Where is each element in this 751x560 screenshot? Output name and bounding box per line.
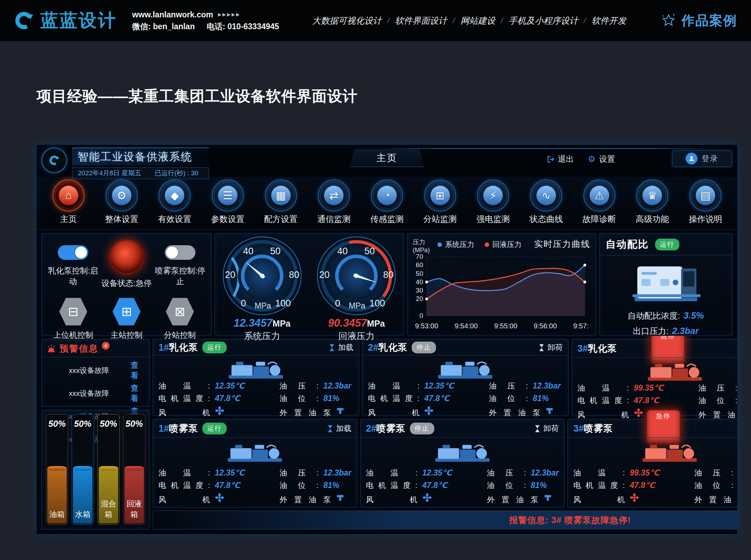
nav-item-0[interactable]: ⌂主页 — [47, 177, 90, 229]
card-metric-label: 油温: — [159, 381, 210, 391]
svg-text:30: 30 — [416, 287, 423, 294]
master-station-icon: ⊞ — [112, 297, 141, 326]
legend-dot — [437, 242, 442, 247]
nav-item-11[interactable]: ♛高级功能 — [631, 177, 674, 229]
site-nav-item-3[interactable]: 手机及小程序设计 — [509, 15, 578, 26]
card-icon-label: 风机 — [159, 495, 210, 505]
nav-item-5[interactable]: ⇄通信监测 — [312, 177, 355, 229]
nav-item-label: 主页 — [47, 214, 90, 225]
card-metric-label: 电机温度: — [159, 480, 210, 491]
card-metric-value: 99.35℃ — [634, 383, 689, 393]
nav-item-10[interactable]: ⚠故障诊断 — [578, 177, 621, 229]
card-metric-value: 47.8℃ — [422, 481, 478, 490]
svg-text:50: 50 — [364, 246, 375, 256]
load-mode-button[interactable]: 加载 — [327, 423, 352, 434]
tank-percent: 50% — [46, 419, 68, 429]
site-logo[interactable]: 蓝蓝设计 — [14, 8, 117, 33]
card-metric-value: 12.35℃ — [422, 468, 478, 478]
tank-percent: 50% — [72, 419, 94, 429]
card-icon-label: 风机 — [159, 408, 210, 418]
card-metric-label: 油位: — [694, 480, 733, 491]
card-metric-value: 47.8℃ — [630, 481, 685, 490]
nav-item-3[interactable]: ☰参数设置 — [206, 177, 249, 229]
auto-ratio-status-badge: 运行 — [655, 239, 679, 250]
tab-home[interactable]: 主页 — [349, 149, 425, 167]
site-nav: 大数据可视化设计/软件界面设计/网站建设/手机及小程序设计/软件开发 — [312, 15, 627, 26]
tank-oil: 50%油箱 — [46, 414, 68, 525]
tank-label: 水箱 — [72, 509, 94, 520]
load-mode-button[interactable]: 加载 — [329, 342, 353, 353]
site-nav-item-0[interactable]: 大数据可视化设计 — [312, 15, 382, 26]
gauge-unit: MPa — [367, 319, 385, 328]
dashboard-logo-icon — [41, 147, 67, 173]
card-icon-label: 外置油泵 — [489, 408, 540, 418]
settings-button[interactable]: ⚙ 设置 — [588, 154, 615, 165]
hourglass-icon — [329, 344, 335, 352]
card-metric-label: 油位: — [280, 480, 318, 491]
avatar — [686, 153, 697, 165]
load-mode-button[interactable]: 卸荷 — [539, 342, 563, 353]
emergency-stop-button[interactable] — [109, 239, 144, 274]
site-nav-item-2[interactable]: 网站建设 — [460, 15, 495, 26]
nav-item-label: 参数设置 — [206, 214, 249, 225]
pump-illustration — [223, 355, 289, 383]
exit-button[interactable]: 退出 — [546, 154, 574, 165]
svg-text:40: 40 — [416, 278, 423, 286]
hex-button-0[interactable]: ⊟上位机控制 — [47, 297, 100, 341]
card-metric-value: 47.8℃ — [424, 394, 480, 403]
gauge-value-line: 90.3457MPa — [315, 317, 397, 329]
site-nav-item-1[interactable]: 软件界面设计 — [395, 15, 447, 26]
fault-warning-icon: ⚠ — [590, 186, 609, 205]
card-metric-label: 油位: — [280, 393, 318, 404]
nav-item-12[interactable]: ▤操作说明 — [684, 177, 727, 229]
nav-item-7[interactable]: ⊞分站监测 — [419, 177, 462, 229]
gauge-dial: 020405080100MPa — [221, 235, 303, 317]
sliders-icon: ☰ — [218, 186, 237, 205]
card-title: 2#乳化泵 — [368, 341, 407, 354]
login-button[interactable]: 登录 — [672, 150, 732, 167]
card-metric-value: 12.35℃ — [215, 468, 270, 478]
svg-text:50: 50 — [270, 246, 281, 256]
nav-item-2[interactable]: ◆有效设置 — [153, 177, 196, 229]
nav-item-4[interactable]: ▦配方设置 — [259, 177, 302, 229]
auto-ratio-panel: 自动配比 运行 — [599, 233, 733, 336]
legend-item-1: 回液压力 — [485, 240, 522, 249]
tank-label: 回液箱 — [123, 499, 145, 520]
load-mode-button[interactable]: 卸荷 — [534, 423, 559, 434]
power-icon: ⚡ — [483, 186, 503, 205]
card-metric-value: 12.35℃ — [424, 381, 480, 391]
card-title: 1#乳化泵 — [159, 341, 198, 354]
card-metric-label: 电机温度: — [578, 395, 629, 406]
emulsion-pump-toggle[interactable] — [58, 245, 88, 260]
site-header: 蓝蓝设计 www.lanlanwork.com ▶▶▶▶▶ 微信: ben_la… — [0, 0, 751, 41]
nav-circle: ▦ — [265, 179, 297, 211]
nav-item-label: 分站监测 — [419, 214, 462, 225]
card-metric-label: 油位: — [487, 480, 526, 491]
nav-circle: ♛ — [636, 179, 668, 211]
hourglass-icon — [534, 425, 540, 433]
spray-pump-toggle[interactable] — [165, 245, 195, 260]
site-nav-item-4[interactable]: 软件开发 — [591, 15, 626, 26]
controls-panel: 乳化泵控制:启动 设备状态:急停 喷雾泵控制:停止 ⊟上位机控制⊞主站控制⊠分站… — [41, 233, 212, 336]
legend-dot — [485, 242, 489, 247]
svg-text:9:54:00: 9:54:00 — [454, 322, 478, 330]
card-metric-label: 油压: — [280, 468, 318, 478]
hex-button-1[interactable]: ⊞主站控制 — [100, 297, 153, 341]
warning-view-link[interactable]: 查看 — [131, 360, 145, 381]
svg-text:9:56:00: 9:56:00 — [534, 322, 557, 330]
auto-ratio-value: 2.3bar — [672, 326, 699, 337]
card-metric-label: 电机温度: — [368, 393, 419, 404]
cases-link[interactable]: 作品案例 — [661, 12, 737, 30]
warning-view-link[interactable]: 查看 — [131, 383, 145, 404]
nav-item-8[interactable]: ⚡强电监测 — [471, 177, 515, 229]
card-icon-label: 风机 — [573, 495, 625, 505]
hex-nut-icon: ◆ — [165, 186, 184, 205]
nav-item-1[interactable]: ⚙整体设置 — [100, 177, 143, 229]
nav-item-6[interactable]: ◔传感监测 — [365, 177, 409, 229]
card-metric-label: 电机温度: — [366, 480, 418, 491]
site-url[interactable]: www.lanlanwork.com — [132, 9, 213, 21]
svg-text:0: 0 — [419, 312, 423, 319]
hex-button-2[interactable]: ⊠分站控制 — [153, 297, 206, 341]
arrows-icon: ▶▶▶▶▶ — [218, 11, 241, 18]
nav-item-9[interactable]: ∿状态曲线 — [525, 177, 568, 229]
